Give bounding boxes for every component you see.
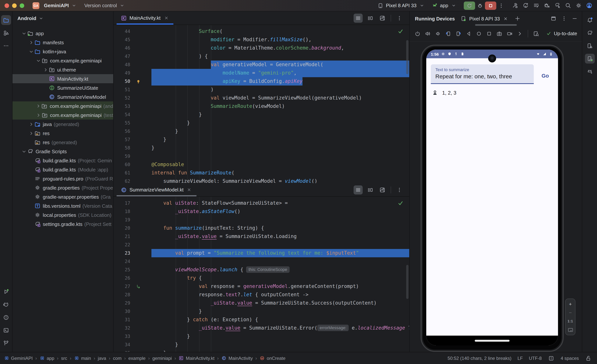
zoom-out-button[interactable]: −	[567, 310, 574, 315]
more-actions-icon[interactable]	[516, 30, 523, 37]
indent-widget[interactable]: 4 spaces	[561, 356, 579, 361]
search-everywhere-icon[interactable]	[565, 2, 571, 9]
apply-changes-icon[interactable]: A	[522, 2, 529, 9]
tree-item[interactable]: SummarizeViewModel	[13, 92, 113, 101]
editor-tab[interactable]: SummarizeViewModel.kt	[117, 183, 196, 196]
chevron-down-icon[interactable]	[21, 31, 27, 36]
go-button[interactable]: Go	[542, 73, 549, 84]
caret-position-widget[interactable]: 50:52 (140 chars, 2 line breaks)	[448, 356, 511, 361]
tree-item[interactable]: java(generated)	[13, 120, 113, 129]
suspend-call-icon[interactable]	[135, 283, 141, 290]
scrollbar-thumb[interactable]	[406, 265, 408, 299]
code-area[interactable]: 44 Surface(45 modifier = Modifier.fillMa…	[114, 25, 409, 183]
home-pill[interactable]	[475, 340, 510, 341]
breadcrumb-item[interactable]: geminiapi	[152, 356, 172, 361]
project-selector[interactable]: GA GeminiAPI	[32, 2, 78, 9]
tree-item[interactable]: MainActivity.kt	[13, 74, 113, 83]
settings-icon[interactable]	[575, 2, 582, 9]
tree-item[interactable]: manifests	[13, 38, 113, 47]
inspections-ok-icon[interactable]	[397, 200, 404, 207]
design-preview-icon[interactable]	[378, 185, 387, 194]
tree-item[interactable]: build.gradle.kts(Module :app)	[13, 165, 113, 174]
breadcrumb-item[interactable]: MainActivity	[221, 356, 253, 361]
tool-stripe-version-control[interactable]	[1, 338, 11, 348]
chevron-down-icon[interactable]	[36, 58, 41, 63]
intention-bulb-icon[interactable]	[135, 78, 141, 85]
tool-stripe-gemini[interactable]	[585, 67, 595, 77]
breadcrumb-item[interactable]: example	[128, 356, 146, 361]
gradle-sync-icon[interactable]	[554, 2, 561, 9]
breadcrumb-item[interactable]: com	[113, 356, 122, 361]
tree-item[interactable]: com.example.geminiapi(test	[13, 110, 113, 120]
debug-app-icon[interactable]	[477, 2, 483, 9]
text-to-summarize-field[interactable]: Text to summarize Repeat for me: one, tw…	[431, 64, 534, 84]
panel-options-icon[interactable]	[561, 15, 567, 22]
tree-item[interactable]: SummarizeUiState	[13, 83, 113, 92]
stop-app-button[interactable]	[485, 1, 496, 10]
float-panel-icon[interactable]	[550, 15, 557, 22]
add-device-tab-icon[interactable]	[514, 15, 521, 22]
design-preview-icon[interactable]	[378, 13, 387, 23]
scrollbar-thumb[interactable]	[406, 40, 408, 74]
breadcrumb-item[interactable]: MainActivity.kt	[179, 356, 215, 361]
tool-stripe-more-tool-windows[interactable]	[1, 41, 11, 51]
tool-stripe-run[interactable]	[1, 287, 11, 297]
chevron-right-icon[interactable]	[36, 103, 41, 109]
maximize-window-button[interactable]	[20, 3, 24, 8]
rotate-left-icon[interactable]	[445, 30, 452, 37]
chevron-right-icon[interactable]	[43, 67, 48, 72]
tool-stripe-notifications[interactable]	[585, 15, 595, 25]
rotate-right-icon[interactable]	[455, 30, 462, 37]
tool-stripe-gradle[interactable]	[585, 28, 595, 38]
device-tab[interactable]: Pixel 8 API 33	[459, 15, 511, 22]
build-icon[interactable]	[511, 2, 518, 9]
back-icon[interactable]	[465, 30, 472, 37]
tool-stripe-running-devices[interactable]	[585, 54, 595, 63]
tree-item[interactable]: gradle.properties(Project Prope	[13, 183, 113, 192]
screenshot-icon[interactable]	[496, 30, 503, 37]
code-view-icon[interactable]	[353, 185, 363, 194]
chevron-down-icon[interactable]	[28, 49, 34, 54]
rerun-app-button[interactable]	[464, 1, 475, 10]
split-view-icon[interactable]	[366, 185, 375, 194]
chevron-right-icon[interactable]	[28, 121, 34, 127]
attach-debugger-icon[interactable]	[543, 2, 550, 9]
panel-drag-handle[interactable]	[475, 24, 517, 26]
zoom-fit-button[interactable]	[567, 327, 574, 333]
unlock-icon[interactable]	[585, 355, 592, 362]
volume-up-icon[interactable]	[424, 30, 431, 37]
minimize-window-button[interactable]	[12, 3, 17, 8]
tree-item[interactable]: proguard-rules.pro(ProGuard R	[13, 174, 113, 183]
zoom-reset-button[interactable]: 1:1	[567, 319, 574, 324]
tree-item[interactable]: local.properties(SDK Location)	[13, 210, 113, 219]
chevron-down-icon[interactable]	[21, 148, 27, 154]
hide-panel-icon[interactable]	[571, 15, 578, 22]
screen-record-icon[interactable]	[506, 30, 513, 37]
tool-stripe-project[interactable]	[1, 15, 11, 25]
breadcrumb-item[interactable]: GeminiAPI	[4, 356, 33, 361]
chevron-right-icon[interactable]	[28, 39, 34, 45]
breadcrumb-item[interactable]: onCreate	[259, 356, 285, 361]
tree-item[interactable]: ui.theme	[13, 65, 113, 74]
phone-screen[interactable]: 1:56 Text to summarize Repeat for me: on…	[426, 50, 558, 345]
chevron-right-icon[interactable]	[36, 112, 41, 118]
project-view-selector[interactable]: Android	[13, 11, 113, 25]
breadcrumb-item[interactable]: java	[98, 356, 106, 361]
tree-item[interactable]: settings.gradle.kts(Project Sett	[13, 219, 113, 229]
encoding-widget[interactable]: UTF-8	[529, 356, 542, 361]
code-view-icon[interactable]	[353, 13, 363, 23]
vcs-menu[interactable]: Version control	[84, 2, 126, 9]
breadcrumb-item[interactable]: src	[61, 356, 67, 361]
zoom-in-button[interactable]: +	[567, 301, 574, 307]
tree-item[interactable]: com.example.geminiapi(and	[13, 101, 113, 110]
tool-stripe-terminal[interactable]	[1, 325, 11, 335]
tree-item[interactable]: res	[13, 129, 113, 138]
tree-item[interactable]: kotlin+java	[13, 47, 113, 56]
chevron-right-icon[interactable]	[28, 130, 34, 136]
tree-item[interactable]: gradle-wrapper.properties(Gra	[13, 192, 113, 201]
tool-stripe-logcat[interactable]	[1, 300, 11, 310]
editor-more-options-icon[interactable]	[395, 185, 404, 194]
run-configuration-selector[interactable]: app	[429, 1, 459, 10]
tree-item[interactable]: build.gradle.kts(Project: Gemin	[13, 156, 113, 165]
breadcrumb-item[interactable]: main	[74, 356, 91, 361]
